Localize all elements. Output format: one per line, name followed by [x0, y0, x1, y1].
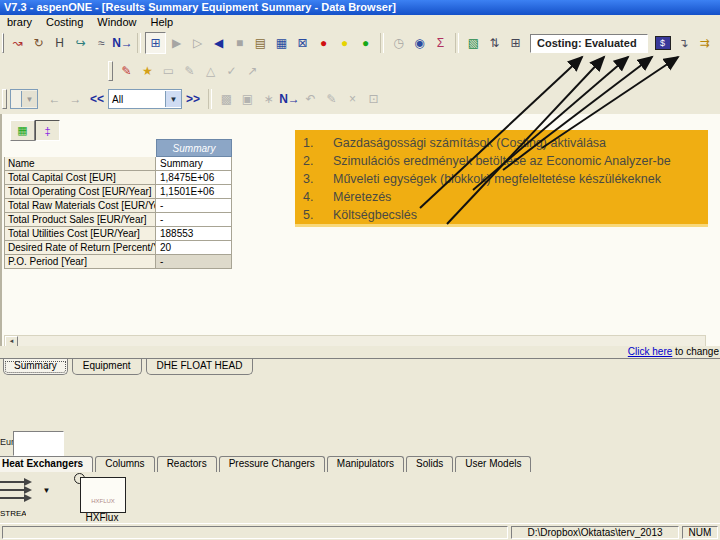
- rotate-icon[interactable]: ↻: [28, 32, 49, 54]
- nav-back-icon: ←: [44, 88, 65, 110]
- menu-item-costing[interactable]: Costing: [39, 16, 90, 28]
- flowsheet-windows-icon[interactable]: ⊠: [292, 32, 313, 54]
- table-row-value[interactable]: -: [156, 213, 232, 227]
- menu-item-brary[interactable]: brary: [0, 16, 39, 28]
- utilities-view-button[interactable]: ‡: [35, 120, 60, 141]
- flowsheet-name-field[interactable]: [13, 431, 64, 456]
- table-row-value[interactable]: Summary: [156, 157, 232, 171]
- palette-tab-manipulators[interactable]: Manipulators: [327, 456, 404, 472]
- heat-label-icon[interactable]: H: [49, 32, 70, 54]
- costing-status-field: Costing: Evaluated: [530, 34, 648, 53]
- reroute-icon: ↪: [75, 37, 85, 49]
- reinitialize-icon[interactable]: ◀: [208, 32, 229, 54]
- table-row-label: Total Raw Materials Cost [EUR/Year]: [4, 199, 156, 213]
- chevron-down-icon[interactable]: ▼: [165, 91, 181, 107]
- table-row: Total Product Sales [EUR/Year]-: [4, 213, 234, 227]
- table-row-value[interactable]: -: [156, 255, 232, 269]
- prev-sheet-button[interactable]: <<: [86, 92, 108, 106]
- control-panel-icon: ▤: [255, 37, 266, 49]
- table-row-value[interactable]: 1,8475E+06: [156, 171, 232, 185]
- status-yellow-icon: ●: [341, 37, 348, 49]
- table-row-value[interactable]: 20: [156, 241, 232, 255]
- table-row-value[interactable]: 1,1501E+06: [156, 185, 232, 199]
- check-results-icon[interactable]: ▦: [271, 32, 292, 54]
- next-input-icon[interactable]: N→: [112, 32, 133, 54]
- reinitialize-icon: ◀: [214, 37, 223, 49]
- table-row: Total Utilities Cost [EUR/Year]188553: [4, 227, 234, 241]
- streams-dropdown-icon[interactable]: ▼: [40, 485, 53, 497]
- utilities-view-icon: ‡: [44, 125, 50, 137]
- map-equipment-icon[interactable]: ⇉: [694, 32, 715, 54]
- data-browser-icon[interactable]: ⊞: [145, 32, 166, 54]
- sort-icon[interactable]: ⇅: [484, 32, 505, 54]
- run-icon: ▶: [172, 37, 181, 49]
- approve-icon: ✓: [221, 60, 242, 82]
- tab-equipment[interactable]: Equipment: [72, 359, 142, 375]
- pencil-icon[interactable]: ✎: [116, 60, 137, 82]
- hxflux-model-label: HXFlux: [80, 512, 124, 523]
- annotation-item-number: 5.: [303, 206, 333, 224]
- palette-tab-solids[interactable]: Solids: [406, 456, 453, 472]
- streams-icon[interactable]: [0, 475, 34, 505]
- palette-tab-heat-exchangers[interactable]: Heat Exchangers: [0, 456, 93, 472]
- hxflux-model-button[interactable]: HXFLUX: [80, 477, 126, 513]
- approve-icon: ✓: [226, 65, 236, 77]
- palette-tab-pressure-changers[interactable]: Pressure Changers: [219, 456, 325, 472]
- tab-dhe-float-head[interactable]: DHE FLOAT HEAD: [146, 359, 254, 375]
- status-red-icon[interactable]: ●: [313, 32, 334, 54]
- toolbar-separator: [137, 33, 141, 53]
- table-row-label: Total Capital Cost [EUR]: [4, 171, 156, 185]
- cost-summary-view-button[interactable]: ▦: [10, 120, 35, 141]
- costing-activate-icon[interactable]: $: [652, 32, 673, 54]
- size-equipment-icon[interactable]: ▩: [715, 32, 720, 54]
- step-icon: ▷: [193, 37, 202, 49]
- app-window: V7.3 - aspenONE - [Results Summary Equip…: [0, 0, 720, 540]
- equation-editor-icon[interactable]: Σ: [430, 32, 451, 54]
- status-green-icon[interactable]: ●: [355, 32, 376, 54]
- stop-icon: ■: [236, 37, 243, 49]
- undo-icon: ↶: [306, 93, 316, 105]
- annotation-item-text: Költségbecslés: [333, 206, 417, 224]
- next-sheet-button[interactable]: >>: [182, 92, 204, 106]
- table-row-value[interactable]: -: [156, 199, 232, 213]
- toolbar-separator: [380, 33, 384, 53]
- toolbar-grip[interactable]: [2, 33, 4, 53]
- reroute-icon[interactable]: ↪: [70, 32, 91, 54]
- menu-item-help[interactable]: Help: [143, 16, 180, 28]
- check-results-icon: ▦: [276, 37, 287, 49]
- menu-item-window[interactable]: Window: [90, 16, 143, 28]
- highlight-icon[interactable]: ★: [137, 60, 158, 82]
- table-row-label: Total Utilities Cost [EUR/Year]: [4, 227, 156, 241]
- palette-tab-reactors[interactable]: Reactors: [157, 456, 217, 472]
- palette-tab-user-models[interactable]: User Models: [455, 456, 531, 472]
- toolbar-grip[interactable]: [108, 61, 113, 81]
- load-sim-results-icon[interactable]: ↴: [673, 32, 694, 54]
- next-input-icon[interactable]: N→: [279, 88, 300, 110]
- flowsheet-area: Eur...: [0, 376, 720, 456]
- click-here-link[interactable]: Click here: [628, 346, 672, 357]
- table-icon[interactable]: ⊞: [505, 32, 526, 54]
- ink-icon: △: [206, 65, 215, 77]
- control-panel-icon[interactable]: ▤: [250, 32, 271, 54]
- tab-summary[interactable]: Summary: [3, 359, 68, 375]
- toolbar-grip[interactable]: [2, 89, 7, 109]
- annotation-item-number: 3.: [303, 170, 333, 188]
- model-palette-tabs: Heat ExchangersColumnsReactorsPressure C…: [0, 456, 720, 474]
- table-row: Total Operating Cost [EUR/Year]1,1501E+0…: [4, 185, 234, 199]
- table-column-header[interactable]: Summary: [156, 139, 232, 157]
- reconnect-tool-icon[interactable]: ↝: [7, 32, 28, 54]
- table-row-label: Desired Rate of Return [Percent/Year]: [4, 241, 156, 255]
- annotation-item-text: Gazdaságossági számítások (Costing) akti…: [333, 134, 606, 152]
- data-browser-tabs: SummaryEquipmentDHE FLOAT HEAD: [0, 358, 720, 377]
- table-row: NameSummary: [4, 157, 234, 171]
- costing-activate-icon: $: [655, 36, 671, 50]
- palette-tab-columns[interactable]: Columns: [95, 456, 154, 472]
- table-header-spacer: [4, 139, 156, 157]
- alarm-clock-icon[interactable]: ◉: [409, 32, 430, 54]
- table-row-value[interactable]: 188553: [156, 227, 232, 241]
- sheet-filter-combobox[interactable]: All ▼: [108, 89, 182, 109]
- undo-icon: ↶: [300, 88, 321, 110]
- plot-icon[interactable]: ▧: [463, 32, 484, 54]
- annotation-tool-icon[interactable]: ≈: [91, 32, 112, 54]
- status-yellow-icon[interactable]: ●: [334, 32, 355, 54]
